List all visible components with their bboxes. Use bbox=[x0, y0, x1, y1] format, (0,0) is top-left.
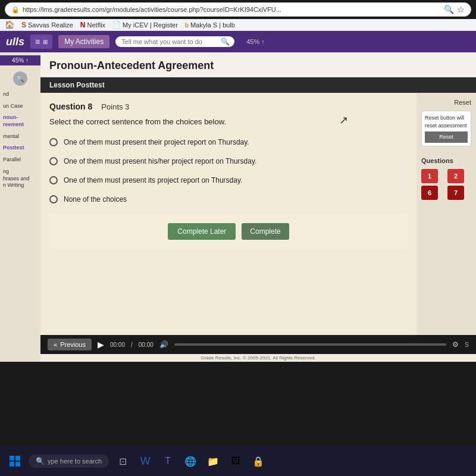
reset-box-text: Reset button will reset assessment bbox=[425, 115, 467, 129]
start-menu-icon[interactable] bbox=[6, 452, 24, 470]
questions-label: Questions bbox=[421, 157, 471, 164]
q-num-6[interactable]: 6 bbox=[421, 186, 438, 200]
question-number-grid: 1 2 6 7 bbox=[421, 169, 471, 200]
bookmark-netflix[interactable]: N Netflix bbox=[80, 21, 105, 29]
q-num-1[interactable]: 1 bbox=[421, 169, 438, 183]
reset-button-top[interactable]: Reset bbox=[421, 99, 471, 106]
lock-icon: 🔒 bbox=[11, 6, 20, 14]
sidebar-item-posttest[interactable]: Posttest bbox=[0, 142, 40, 154]
time-total: 00:00 bbox=[139, 342, 154, 348]
netflix-icon: N bbox=[80, 21, 86, 29]
media-bar: « Previous ▶ 00:00 / 00:00 🔊 ⚙ S bbox=[40, 335, 476, 354]
volume-icon[interactable]: 🔊 bbox=[159, 340, 168, 349]
complete-button[interactable]: Complete bbox=[242, 223, 289, 240]
q-num-2[interactable]: 2 bbox=[447, 169, 464, 183]
time-separator: / bbox=[131, 342, 133, 348]
right-panel: Reset Reset button will reset assessment… bbox=[416, 93, 476, 335]
question-area: Question 8 Points 3 Select the correct s… bbox=[40, 93, 416, 335]
lms-search-input[interactable] bbox=[115, 36, 234, 47]
sidebar-item-writing[interactable]: nghrases andn Writing bbox=[0, 166, 40, 192]
answer-option-b[interactable]: One of them must present his/her project… bbox=[49, 157, 408, 165]
security-icon[interactable]: 🔒 bbox=[249, 452, 267, 470]
savvas-icon: S bbox=[21, 21, 26, 29]
task-view-icon[interactable]: ⊡ bbox=[114, 452, 131, 470]
answer-text-d: None of the choices bbox=[64, 195, 127, 203]
files-icon[interactable]: 📁 bbox=[204, 452, 222, 470]
sidebar: 45% ↑ 🔍 nd un Case noun-reement mental P… bbox=[0, 52, 40, 362]
teams-icon[interactable]: T bbox=[159, 452, 177, 470]
bookmark-makyla[interactable]: b Makyla S | bulb bbox=[185, 21, 235, 29]
svg-rect-1 bbox=[15, 456, 20, 461]
radio-c[interactable] bbox=[49, 176, 58, 184]
svg-rect-2 bbox=[10, 462, 14, 466]
my-activities-button[interactable]: My Activities bbox=[58, 35, 109, 48]
taskbar-search-bar[interactable]: 🔍 ype here to search bbox=[29, 455, 109, 468]
bulb-icon: b bbox=[185, 21, 189, 29]
answer-option-d[interactable]: None of the choices bbox=[49, 195, 408, 203]
lesson-bar: Lesson Posttest bbox=[40, 77, 476, 93]
browser-chrome: 🔒 https://lms.graderesults.com/gr/module… bbox=[0, 2, 476, 31]
sidebar-item-uncase[interactable]: un Case bbox=[0, 101, 40, 112]
sidebar-item-noun[interactable]: noun-reement bbox=[0, 112, 40, 130]
search-icon: 🔍 bbox=[444, 5, 454, 14]
lesson-label: Lesson Posttest bbox=[49, 81, 105, 89]
previous-button[interactable]: « Previous bbox=[48, 339, 92, 350]
lms-header: ulls ≡ ⊞ My Activities 🔍 45% ↑ bbox=[0, 31, 476, 52]
radio-b[interactable] bbox=[49, 157, 58, 165]
star-icon: ☆ bbox=[457, 5, 465, 14]
content-area: Pronoun-Antecedent Agreement Lesson Post… bbox=[40, 52, 476, 335]
nav-icon-btn[interactable]: ≡ ⊞ bbox=[30, 35, 52, 49]
sidebar-search-btn[interactable]: 🔍 bbox=[13, 71, 27, 86]
radio-a[interactable] bbox=[49, 138, 58, 146]
grid-icon: ⊞ bbox=[43, 39, 48, 45]
q-num-7[interactable]: 7 bbox=[447, 186, 464, 200]
play-button[interactable]: ▶ bbox=[98, 340, 104, 349]
answer-text-a: One of them must present their project r… bbox=[64, 138, 249, 146]
time-current: 00:00 bbox=[110, 342, 125, 348]
points-label: Points 3 bbox=[101, 102, 129, 111]
action-buttons: Complete Later Complete bbox=[49, 214, 408, 249]
question-instruction: Select the correct sentence from the cho… bbox=[49, 117, 408, 126]
radio-d[interactable] bbox=[49, 195, 58, 203]
sidebar-item-nd[interactable]: nd bbox=[0, 89, 40, 101]
sidebar-item-mental[interactable]: mental bbox=[0, 131, 40, 143]
svg-rect-3 bbox=[15, 462, 20, 466]
reset-box-button[interactable]: Reset bbox=[425, 131, 468, 143]
main-content-wrapper: 45% ↑ 🔍 nd un Case noun-reement mental P… bbox=[0, 52, 476, 362]
complete-later-button[interactable]: Complete Later bbox=[168, 223, 236, 240]
lms-logo: ulls bbox=[6, 36, 24, 48]
fullscreen-icon[interactable]: S bbox=[465, 342, 469, 348]
sidebar-percent: 45% ↑ bbox=[0, 55, 40, 65]
page-title: Pronoun-Antecedent Agreement bbox=[49, 60, 467, 72]
question-right-row: Question 8 Points 3 Select the correct s… bbox=[40, 93, 476, 335]
search-icon-lms: 🔍 bbox=[221, 37, 230, 46]
bookmarks-bar: 🏠 S Savvas Realize N Netflix 📄 My iCEV |… bbox=[0, 19, 476, 31]
address-bar[interactable]: 🔒 https://lms.graderesults.com/gr/module… bbox=[5, 2, 471, 17]
search-container: 🔍 bbox=[115, 36, 234, 47]
svg-rect-0 bbox=[10, 456, 14, 461]
doc-icon: 📄 bbox=[112, 21, 121, 29]
question-header: Question 8 Points 3 bbox=[49, 102, 408, 111]
content-right-wrapper: Pronoun-Antecedent Agreement Lesson Post… bbox=[40, 52, 476, 362]
taskbar: 🔍 ype here to search ⊡ W T 🌐 📁 🖼 🔒 bbox=[0, 446, 476, 476]
bookmark-icev[interactable]: 📄 My iCEV | Register bbox=[112, 21, 178, 29]
home-icon: 🏠 bbox=[5, 20, 14, 29]
copyright-bar: Grade Results, Inc. © 2005-2021. All Rig… bbox=[40, 354, 476, 362]
photos-icon[interactable]: 🖼 bbox=[227, 452, 245, 470]
answer-text-b: One of them must present his/her project… bbox=[64, 157, 256, 165]
edge-icon[interactable]: 🌐 bbox=[181, 452, 199, 470]
hamburger-icon: ≡ bbox=[35, 37, 40, 46]
taskbar-search-placeholder: ype here to search bbox=[48, 458, 102, 465]
sidebar-item-parallel[interactable]: Parallel bbox=[0, 154, 40, 166]
taskbar-search-icon: 🔍 bbox=[36, 457, 45, 465]
previous-label: Previous bbox=[60, 341, 86, 348]
progress-bar-media[interactable] bbox=[174, 343, 447, 346]
cursor: ↗ bbox=[339, 114, 348, 127]
bookmark-savvas[interactable]: S Savvas Realize bbox=[21, 21, 73, 29]
reset-info-box: Reset button will reset assessment Reset bbox=[421, 111, 471, 146]
answer-option-a[interactable]: One of them must present their project r… bbox=[49, 138, 408, 146]
answer-option-c[interactable]: One of them must present its project rep… bbox=[49, 176, 408, 184]
word-icon[interactable]: W bbox=[136, 452, 154, 470]
answer-text-c: One of them must present its project rep… bbox=[64, 176, 242, 184]
settings-icon[interactable]: ⚙ bbox=[452, 340, 459, 349]
